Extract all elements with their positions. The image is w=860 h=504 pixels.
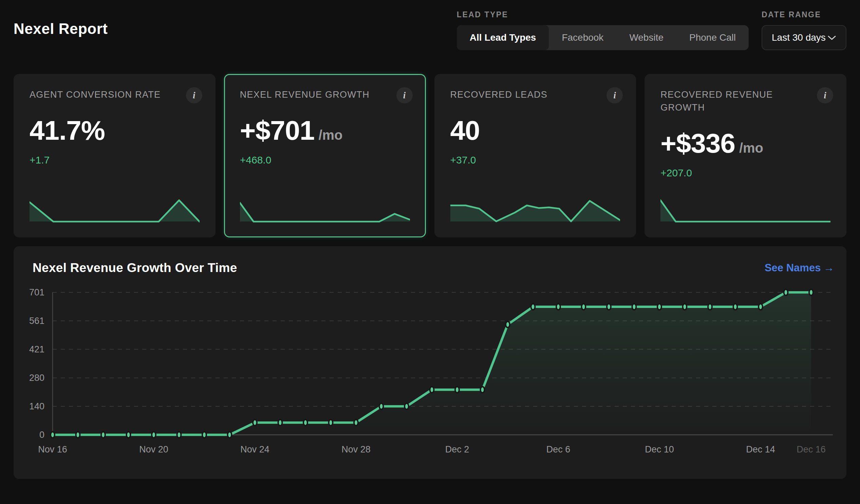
svg-text:0: 0: [39, 430, 44, 440]
see-names-link[interactable]: See Names →: [765, 262, 834, 274]
revenue-growth-line-chart: 0140280421561701Nov 16Nov 20Nov 24Nov 28…: [14, 287, 846, 470]
kpi-card-agent-conversion-rate[interactable]: AGENT CONVERSION RATE i 41.7% +1.7: [14, 74, 215, 237]
info-icon[interactable]: i: [817, 87, 833, 103]
card-title: RECOVERED REVENUE GROWTH: [660, 89, 830, 114]
tab-all-lead-types[interactable]: All Lead Types: [457, 25, 549, 50]
tab-phone-call[interactable]: Phone Call: [676, 25, 749, 50]
card-value-suffix: /mo: [739, 140, 763, 156]
date-range-select[interactable]: Last 30 days: [762, 25, 846, 50]
lead-type-tabs: All Lead Types Facebook Website Phone Ca…: [457, 25, 749, 50]
tab-website[interactable]: Website: [616, 25, 676, 50]
svg-text:421: 421: [29, 344, 44, 354]
card-title: RECOVERED LEADS: [450, 89, 620, 101]
nexel-report-page: Nexel Report LEAD TYPE All Lead Types Fa…: [0, 0, 860, 479]
card-delta: +37.0: [450, 154, 620, 166]
chevron-down-icon: [828, 35, 836, 40]
date-range-group: DATE RANGE Last 30 days: [762, 10, 846, 50]
info-icon[interactable]: i: [186, 87, 202, 103]
svg-text:Dec 14: Dec 14: [746, 444, 775, 455]
card-value-main: +$336: [660, 130, 735, 157]
svg-text:Dec 16: Dec 16: [797, 444, 826, 455]
sparkline-chart: [660, 196, 830, 224]
card-title: AGENT CONVERSION RATE: [30, 89, 200, 101]
tab-facebook[interactable]: Facebook: [549, 25, 616, 50]
info-icon[interactable]: i: [397, 87, 413, 103]
card-value-main: +$701: [240, 117, 315, 144]
lead-type-group: LEAD TYPE All Lead Types Facebook Websit…: [457, 10, 749, 50]
kpi-card-recovered-leads[interactable]: RECOVERED LEADS i 40 +37.0: [434, 74, 636, 237]
svg-text:701: 701: [29, 287, 44, 297]
card-delta: +207.0: [660, 167, 830, 179]
svg-text:280: 280: [29, 373, 44, 383]
svg-text:Nov 16: Nov 16: [38, 444, 67, 455]
kpi-card-nexel-revenue-growth[interactable]: NEXEL REVENUE GROWTH i +$701 /mo +468.0: [224, 74, 426, 237]
card-value: 40: [450, 117, 620, 144]
card-value: 41.7%: [30, 117, 200, 144]
svg-text:Nov 28: Nov 28: [341, 444, 371, 455]
header-controls: LEAD TYPE All Lead Types Facebook Websit…: [457, 10, 846, 50]
page-title: Nexel Report: [14, 20, 108, 37]
top-bar: Nexel Report LEAD TYPE All Lead Types Fa…: [14, 10, 846, 62]
revenue-growth-panel: Nexel Revenue Growth Over Time See Names…: [14, 246, 846, 479]
chart-title: Nexel Revenue Growth Over Time: [32, 261, 237, 275]
card-delta: +1.7: [30, 154, 200, 166]
svg-text:Nov 20: Nov 20: [139, 444, 168, 455]
sparkline-chart: [450, 196, 620, 224]
sparkline-chart: [30, 196, 200, 224]
svg-text:561: 561: [29, 316, 44, 326]
card-value: +$701 /mo: [240, 117, 410, 144]
svg-text:Nov 24: Nov 24: [240, 444, 270, 455]
card-delta: +468.0: [240, 154, 410, 166]
sparkline-chart: [240, 196, 410, 224]
info-icon[interactable]: i: [606, 87, 623, 103]
card-value-suffix: /mo: [318, 128, 342, 143]
svg-text:Dec 2: Dec 2: [445, 444, 469, 455]
card-title: NEXEL REVENUE GROWTH: [240, 89, 410, 101]
card-value-main: 41.7%: [30, 117, 105, 144]
card-value: +$336 /mo: [660, 130, 830, 157]
svg-text:Dec 6: Dec 6: [546, 444, 571, 455]
svg-text:Dec 10: Dec 10: [645, 444, 674, 455]
chart-header: Nexel Revenue Growth Over Time See Names…: [14, 260, 846, 276]
lead-type-label: LEAD TYPE: [457, 10, 749, 19]
card-value-main: 40: [450, 117, 480, 144]
date-range-value: Last 30 days: [772, 32, 826, 43]
kpi-cards-row: AGENT CONVERSION RATE i 41.7% +1.7 NEXEL…: [14, 74, 846, 237]
svg-text:140: 140: [29, 401, 44, 411]
kpi-card-recovered-revenue-growth[interactable]: RECOVERED REVENUE GROWTH i +$336 /mo +20…: [645, 74, 846, 237]
date-range-label: DATE RANGE: [762, 10, 846, 19]
